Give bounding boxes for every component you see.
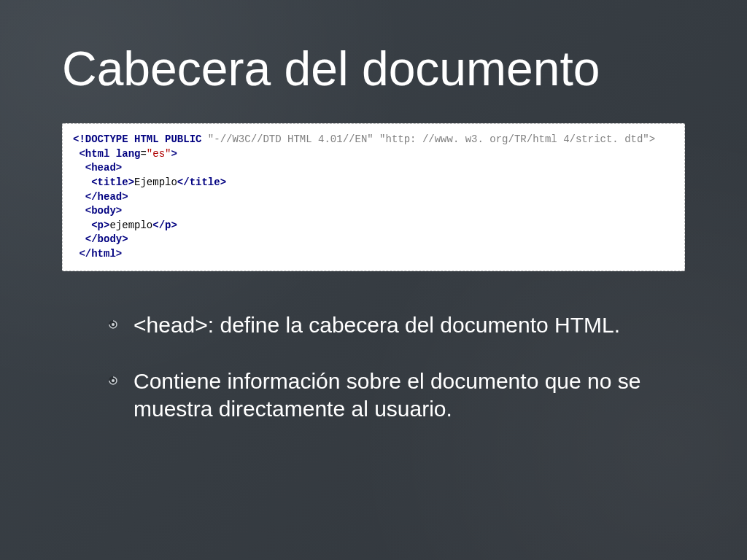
code-text: > (171, 148, 177, 160)
code-text: <p> (91, 219, 109, 231)
swirl-bullet-icon (107, 319, 119, 330)
code-text: Ejemplo (134, 176, 177, 188)
bullet-item: Contiene información sobre el documento … (113, 368, 685, 422)
code-text: <head> (85, 162, 122, 174)
code-text: lang (109, 148, 140, 160)
slide: Cabecera del documento <!DOCTYPE HTML PU… (0, 0, 747, 560)
bullet-text: <head>: define la cabecera del documento… (133, 313, 620, 337)
swirl-bullet-icon (107, 375, 119, 386)
code-text: ejemplo (109, 219, 152, 231)
code-text: <!DOCTYPE HTML PUBLIC (73, 133, 201, 145)
svg-point-1 (112, 323, 115, 326)
code-text: <title> (91, 176, 134, 188)
code-text: </p> (152, 219, 177, 231)
code-text: = (140, 148, 146, 160)
code-text: "http: //www. w3. org/TR/html 4/strict. … (379, 133, 655, 145)
code-text: "es" (147, 148, 171, 160)
code-text: </html> (79, 248, 122, 260)
code-text: </title> (177, 176, 226, 188)
code-box: <!DOCTYPE HTML PUBLIC "-//W3C//DTD HTML … (62, 123, 685, 271)
code-text: "-//W3C//DTD HTML 4.01//EN" (208, 133, 374, 145)
slide-title: Cabecera del documento (62, 44, 685, 94)
bullet-list: <head>: define la cabecera del documento… (62, 311, 685, 423)
bullet-text: Contiene información sobre el documento … (133, 369, 640, 421)
bullet-item: <head>: define la cabecera del documento… (113, 311, 685, 339)
code-text: </head> (85, 191, 128, 203)
code-text: <body> (85, 205, 122, 217)
svg-point-3 (112, 379, 115, 382)
code-text: </body> (85, 233, 128, 245)
code-text: <html (79, 148, 109, 160)
